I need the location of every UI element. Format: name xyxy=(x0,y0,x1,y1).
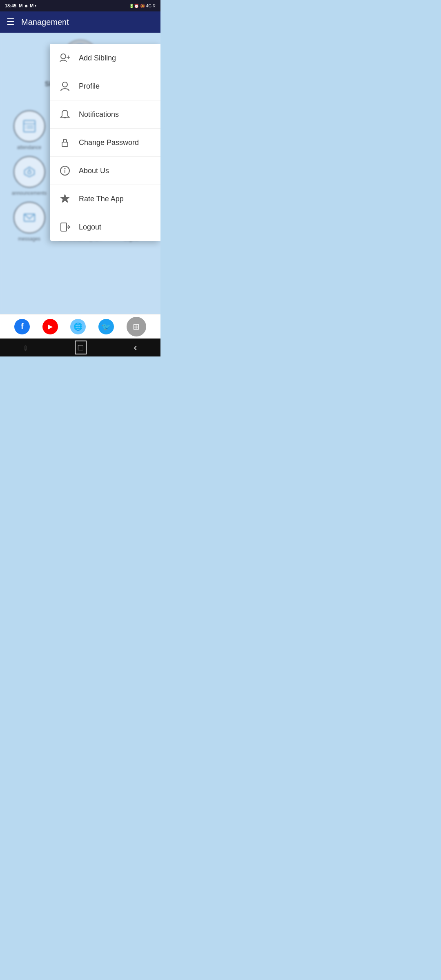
menu-item-rate-app[interactable]: Rate The App xyxy=(50,185,160,213)
status-icons-left: M ☻ M • xyxy=(19,3,36,8)
svg-marker-34 xyxy=(60,194,69,203)
change-password-icon xyxy=(58,136,71,149)
globe-icon: 🌐 xyxy=(74,322,82,331)
social-bar: f ▶ 🌐 🐦 ⊞ xyxy=(0,314,160,339)
nav-home-icon[interactable]: □ xyxy=(75,341,87,354)
menu-item-profile[interactable]: Profile xyxy=(50,72,160,100)
about-us-icon xyxy=(58,164,71,177)
grid-icon: ⊞ xyxy=(133,322,140,332)
svg-rect-30 xyxy=(62,142,68,147)
status-left: 18:45 M ☻ M • xyxy=(5,3,36,8)
website-button[interactable]: 🌐 xyxy=(70,319,86,334)
youtube-icon: ▶ xyxy=(48,323,53,330)
svg-rect-35 xyxy=(61,223,67,231)
profile-label: Profile xyxy=(79,82,100,91)
facebook-button[interactable]: f xyxy=(14,319,30,334)
add-sibling-label: Add Sibling xyxy=(79,54,116,62)
nav-menu-icon[interactable]: ⫾ xyxy=(24,343,28,352)
status-bar: 18:45 M ☻ M • 🔋⏰ 🔕 4G R xyxy=(0,0,160,11)
notifications-label: Notifications xyxy=(79,110,119,119)
svg-point-33 xyxy=(65,168,66,169)
rate-app-label: Rate The App xyxy=(79,195,124,203)
header: ☰ Management xyxy=(0,11,160,33)
nav-bar: ⫾ □ ‹ xyxy=(0,339,160,356)
profile-icon xyxy=(58,80,71,93)
svg-point-26 xyxy=(61,54,66,59)
main-content: 👤 SHANKARSHAN SHA Semes MERI C attendanc… xyxy=(0,33,160,314)
rate-app-icon xyxy=(58,192,71,205)
logout-label: Logout xyxy=(79,223,101,232)
time: 18:45 xyxy=(5,3,16,8)
menu-item-about-us[interactable]: About Us xyxy=(50,157,160,185)
twitter-icon: 🐦 xyxy=(102,322,111,331)
youtube-button[interactable]: ▶ xyxy=(42,319,58,334)
menu-item-change-password[interactable]: Change Password xyxy=(50,129,160,157)
menu-item-notifications[interactable]: Notifications xyxy=(50,100,160,129)
add-sibling-icon xyxy=(58,51,71,65)
dropdown-menu: Add Sibling Profile Notifications Change… xyxy=(50,44,160,241)
facebook-icon: f xyxy=(21,322,24,331)
hamburger-icon[interactable]: ☰ xyxy=(7,17,15,27)
twitter-button[interactable]: 🐦 xyxy=(98,319,114,334)
change-password-label: Change Password xyxy=(79,138,139,147)
logout-menu-icon xyxy=(58,220,71,234)
notifications-icon xyxy=(58,108,71,121)
svg-point-29 xyxy=(62,82,67,87)
status-right: 🔋⏰ 🔕 4G R xyxy=(129,4,156,8)
menu-item-logout[interactable]: Logout xyxy=(50,213,160,241)
about-us-label: About Us xyxy=(79,167,109,175)
menu-item-add-sibling[interactable]: Add Sibling xyxy=(50,44,160,72)
header-title: Management xyxy=(21,18,69,27)
nav-back-icon[interactable]: ‹ xyxy=(134,342,137,353)
more-button[interactable]: ⊞ xyxy=(127,317,146,336)
